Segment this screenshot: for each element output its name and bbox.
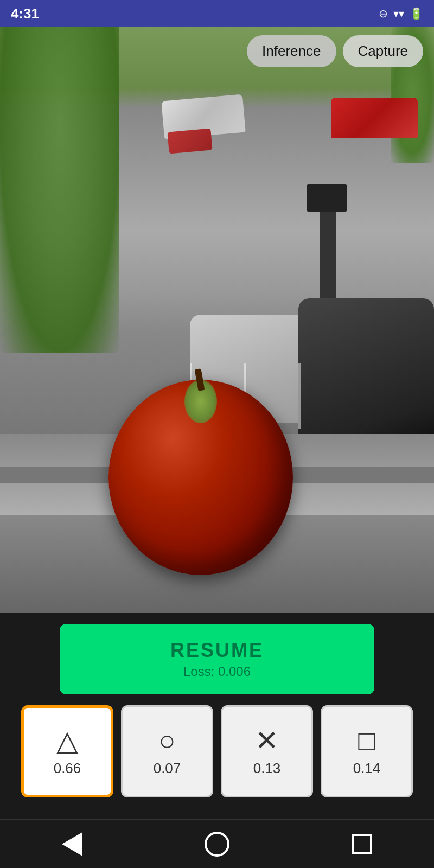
shape-button-triangle[interactable]: △0.66 <box>21 705 113 797</box>
recents-icon <box>352 834 372 854</box>
shape-icon-triangle: △ <box>56 726 78 755</box>
mode-buttons: Inference Capture <box>247 35 423 67</box>
inference-button[interactable]: Inference <box>247 35 336 67</box>
recents-button[interactable] <box>346 828 378 860</box>
tree-left <box>0 27 119 353</box>
back-icon <box>62 832 82 856</box>
shape-icon-cross: ✕ <box>255 726 279 755</box>
battery-icon: 🔋 <box>410 7 423 20</box>
shape-value-circle: 0.07 <box>154 760 181 777</box>
shape-value-triangle: 0.66 <box>54 760 81 777</box>
shape-button-square[interactable]: □0.14 <box>321 705 413 797</box>
home-button[interactable] <box>201 828 233 860</box>
camera-view <box>0 27 434 613</box>
car-red-top <box>331 98 418 138</box>
status-time: 4:31 <box>11 5 39 22</box>
shape-button-circle[interactable]: ○0.07 <box>121 705 213 797</box>
resume-label: RESUME <box>170 639 264 662</box>
wifi-icon: ▾▾ <box>393 7 404 20</box>
shape-button-cross[interactable]: ✕0.13 <box>221 705 313 797</box>
status-icons: ⊖ ▾▾ 🔋 <box>379 7 423 20</box>
streetlight-head <box>307 184 347 212</box>
apple-object <box>108 380 293 575</box>
shape-value-square: 0.14 <box>353 760 381 777</box>
shape-icon-circle: ○ <box>158 726 175 755</box>
do-not-disturb-icon: ⊖ <box>379 7 388 20</box>
resume-loss: Loss: 0.006 <box>183 664 251 679</box>
parking-line <box>298 363 301 429</box>
shape-buttons: △0.66○0.07✕0.13□0.14 <box>11 705 423 797</box>
navigation-bar <box>0 819 434 868</box>
parking-background <box>0 27 434 434</box>
back-button[interactable] <box>56 828 88 860</box>
capture-button[interactable]: Capture <box>343 35 424 67</box>
home-icon <box>205 832 229 857</box>
resume-button[interactable]: RESUME Loss: 0.006 <box>60 624 374 694</box>
shape-value-cross: 0.13 <box>253 760 281 777</box>
status-bar: 4:31 ⊖ ▾▾ 🔋 <box>0 0 434 27</box>
car-red-small <box>167 129 212 154</box>
shape-icon-square: □ <box>358 726 375 755</box>
